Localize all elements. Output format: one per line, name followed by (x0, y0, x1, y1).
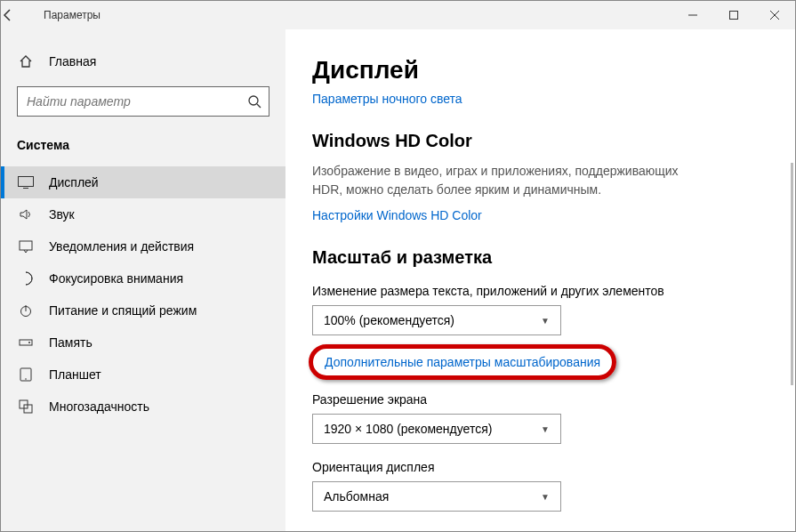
scrollbar[interactable] (791, 163, 793, 385)
orientation-value: Альбомная (324, 489, 389, 504)
window-title: Параметры (40, 9, 672, 21)
chevron-down-icon: ▼ (541, 492, 550, 502)
sidebar-item-label: Уведомления и действия (49, 239, 194, 254)
home-link[interactable]: Главная (1, 47, 285, 76)
sidebar-item-multitask[interactable]: Многозадачность (1, 391, 285, 423)
sidebar-item-power[interactable]: Питание и спящий режим (1, 294, 285, 326)
sound-icon (17, 207, 35, 222)
resolution-dropdown[interactable]: 1920 × 1080 (рекомендуется) ▼ (312, 414, 561, 444)
scale-dropdown[interactable]: 100% (рекомендуется) ▼ (312, 305, 561, 335)
sidebar-item-label: Фокусировка внимания (49, 271, 183, 286)
home-icon (17, 54, 35, 69)
sidebar-item-notifications[interactable]: Уведомления и действия (1, 230, 285, 262)
svg-rect-3 (20, 241, 32, 250)
sidebar-item-label: Питание и спящий режим (49, 303, 197, 318)
scale-heading: Масштаб и разметка (312, 247, 768, 268)
title-bar: Параметры (1, 1, 795, 29)
notifications-icon (17, 239, 35, 254)
home-label: Главная (49, 54, 96, 69)
sidebar-item-label: Планшет (49, 367, 101, 382)
svg-rect-0 (730, 12, 738, 20)
back-button[interactable] (1, 8, 40, 22)
search-icon (247, 94, 261, 109)
content-pane: Дисплей Параметры ночного света Windows … (285, 29, 795, 532)
search-box[interactable] (17, 86, 269, 117)
chevron-down-icon: ▼ (541, 424, 550, 434)
sidebar-item-display[interactable]: Дисплей (1, 166, 285, 198)
sidebar-item-label: Дисплей (49, 175, 99, 189)
svg-rect-2 (19, 177, 34, 187)
hd-color-heading: Windows HD Color (312, 131, 768, 151)
svg-point-6 (28, 342, 30, 343)
power-icon (17, 303, 35, 318)
orientation-label: Ориентация дисплея (312, 460, 768, 474)
sidebar-item-label: Многозадачность (49, 399, 149, 414)
sidebar-item-label: Звук (49, 207, 75, 222)
advanced-scaling-link[interactable]: Дополнительные параметры масштабирования (325, 355, 600, 369)
hd-color-description: Изображение в видео, играх и приложениях… (312, 162, 695, 199)
resolution-label: Разрешение экрана (312, 392, 768, 407)
display-icon (17, 176, 35, 189)
multitask-icon (17, 399, 35, 414)
minimize-button[interactable] (672, 1, 713, 29)
storage-icon (17, 335, 35, 350)
sidebar-item-storage[interactable]: Память (1, 326, 285, 359)
close-button[interactable] (754, 1, 795, 29)
sidebar-item-focus[interactable]: Фокусировка внимания (1, 262, 285, 294)
focus-icon (17, 271, 35, 286)
scale-label: Изменение размера текста, приложений и д… (312, 284, 768, 298)
orientation-dropdown[interactable]: Альбомная ▼ (312, 481, 561, 512)
sidebar: Главная Система Дисплей Звук Уведомления… (1, 29, 285, 532)
tablet-icon (17, 367, 35, 382)
hd-color-link[interactable]: Настройки Windows HD Color (312, 208, 482, 222)
sidebar-item-tablet[interactable]: Планшет (1, 359, 285, 391)
sidebar-item-label: Память (49, 335, 92, 350)
night-light-link[interactable]: Параметры ночного света (312, 92, 462, 106)
maximize-button[interactable] (713, 1, 754, 29)
search-input[interactable] (25, 93, 247, 109)
group-label: Система (1, 133, 285, 166)
page-title: Дисплей (312, 56, 768, 85)
resolution-value: 1920 × 1080 (рекомендуется) (324, 422, 492, 436)
scale-value: 100% (рекомендуется) (324, 313, 454, 327)
sidebar-item-sound[interactable]: Звук (1, 198, 285, 230)
svg-point-8 (25, 378, 27, 380)
svg-point-1 (249, 96, 258, 105)
chevron-down-icon: ▼ (541, 316, 550, 326)
